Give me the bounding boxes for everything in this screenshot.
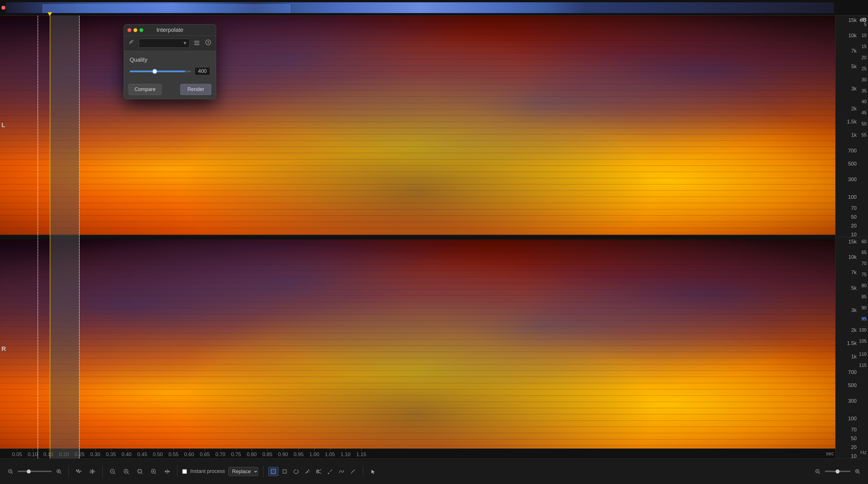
noise-pen-icon xyxy=(350,469,356,474)
slider-container xyxy=(130,67,210,75)
divider-1 xyxy=(68,466,69,477)
waveform-icon xyxy=(76,469,82,474)
svg-text:?: ? xyxy=(207,40,209,45)
db-label-60: 60 xyxy=(862,239,867,244)
divider-2 xyxy=(102,466,103,477)
zoom-in-btn[interactable] xyxy=(121,467,131,476)
freq-700: 700 xyxy=(848,148,857,154)
zoom-out-v-btn[interactable] xyxy=(813,467,823,476)
freq-50-b: 50 xyxy=(851,435,857,441)
freq-500: 500 xyxy=(848,161,857,167)
rect-select-icon xyxy=(271,469,276,474)
pan-btn[interactable] xyxy=(162,467,172,476)
pan-icon xyxy=(164,469,170,474)
divider-5 xyxy=(363,466,363,477)
dialog-close-btn[interactable] xyxy=(127,28,131,32)
svg-rect-9 xyxy=(92,469,93,474)
dialog-footer: Compare Render xyxy=(124,81,216,99)
timeline-track[interactable] xyxy=(6,2,834,13)
db-label-40: 40 xyxy=(862,99,867,104)
interpolate-dialog[interactable]: Interpolate ▼ xyxy=(124,24,216,99)
db-label-115: 115 xyxy=(859,363,867,368)
scissors-icon xyxy=(316,469,322,474)
dialog-function-btn[interactable] xyxy=(127,38,136,49)
curve-tool[interactable] xyxy=(336,467,347,476)
channel-r[interactable]: R xyxy=(0,239,835,459)
instant-process-checkbox[interactable] xyxy=(182,469,187,474)
freq-10k-b: 10k xyxy=(848,254,857,260)
freq-50: 50 xyxy=(851,214,857,220)
freq-20: 20 xyxy=(851,223,857,229)
zoom-in-v-btn[interactable] xyxy=(852,467,862,476)
zoom-fit-btn[interactable] xyxy=(149,467,159,476)
preset-dropdown[interactable]: ▼ xyxy=(139,39,190,48)
zoom-in-v-icon xyxy=(855,469,860,474)
svg-rect-27 xyxy=(271,469,276,474)
close-button[interactable] xyxy=(1,6,5,10)
wand-icon xyxy=(305,469,310,474)
freq-700-b: 700 xyxy=(848,369,857,375)
freq-1500: 1.5k xyxy=(847,119,857,125)
v-zoom-slider[interactable] xyxy=(825,471,850,472)
rect-select-tool[interactable] xyxy=(268,467,278,476)
dialog-maximize-btn[interactable] xyxy=(140,28,143,32)
divider-3 xyxy=(177,466,178,477)
spectral-btn[interactable] xyxy=(87,467,98,476)
svg-line-18 xyxy=(128,473,129,474)
freq-scale: dB 5 10 15 20 25 30 35 40 45 50 55 15k 1… xyxy=(835,15,868,458)
bottom-toolbar: Instant process Replace Mix Add xyxy=(0,458,868,484)
dialog-menu-btn[interactable] xyxy=(192,38,201,48)
square-select-tool[interactable] xyxy=(280,467,290,476)
instant-process-label: Instant process xyxy=(190,469,225,474)
zoom-in-h-btn[interactable] xyxy=(54,467,64,476)
zoom-fit-icon xyxy=(151,469,156,474)
freq-500-b: 500 xyxy=(848,383,857,388)
wand-tool[interactable] xyxy=(302,467,313,476)
spectrogram-r-bg xyxy=(0,239,835,459)
svg-rect-28 xyxy=(283,470,286,473)
render-button[interactable]: Render xyxy=(180,84,211,95)
svg-line-26 xyxy=(155,473,156,474)
time-ruler: 0.05 0.10 0.15 0.20 0.25 0.30 0.35 0.40 … xyxy=(0,448,835,458)
h-zoom-slider[interactable] xyxy=(18,471,52,472)
noise-pen-tool[interactable] xyxy=(348,467,358,476)
freq-10-top: 10 xyxy=(851,232,857,238)
timeline-selection xyxy=(43,5,290,13)
square-select-icon xyxy=(282,469,287,474)
svg-line-14 xyxy=(114,473,115,474)
freq-scale-top: dB 5 10 15 20 25 30 35 40 45 50 55 15k 1… xyxy=(836,15,868,237)
menu-icon xyxy=(194,41,200,45)
compare-button[interactable]: Compare xyxy=(129,84,161,95)
svg-point-34 xyxy=(316,470,318,472)
db-label-10: 10 xyxy=(862,33,867,38)
svg-line-2 xyxy=(12,473,13,474)
scissors-tool[interactable] xyxy=(314,467,324,476)
zoom-out-h-btn[interactable] xyxy=(6,467,16,476)
lasso-tool[interactable] xyxy=(291,467,301,476)
replace-select[interactable]: Replace Mix Add xyxy=(228,467,258,476)
db-label-110: 110 xyxy=(859,352,867,357)
db-label-95: 95 xyxy=(862,317,867,322)
db-label-45: 45 xyxy=(862,110,867,116)
quality-slider[interactable] xyxy=(130,70,191,72)
zoom-select-btn[interactable] xyxy=(135,467,145,476)
freq-15k: 15k xyxy=(848,17,857,23)
quality-value-input[interactable] xyxy=(194,67,210,75)
spectral-icon xyxy=(90,469,95,474)
svg-line-41 xyxy=(819,473,820,474)
brush-tool[interactable] xyxy=(325,467,335,476)
zoom-out-btn[interactable] xyxy=(107,467,118,476)
db-label-100: 100 xyxy=(859,328,867,333)
dialog-content: Quality xyxy=(124,51,216,81)
svg-rect-20 xyxy=(138,470,141,472)
waveform-btn[interactable] xyxy=(74,467,84,476)
point-tool[interactable] xyxy=(368,467,378,476)
dialog-help-btn[interactable]: ? xyxy=(204,38,212,49)
dialog-minimize-btn[interactable] xyxy=(133,28,137,32)
dialog-title: Interpolate xyxy=(156,27,183,33)
dialog-toolbar: ▼ ? xyxy=(124,36,216,51)
svg-point-35 xyxy=(316,472,318,473)
freq-5k: 5k xyxy=(851,63,857,69)
dialog-titlebar: Interpolate xyxy=(124,25,216,36)
db-label-75: 75 xyxy=(862,272,867,277)
